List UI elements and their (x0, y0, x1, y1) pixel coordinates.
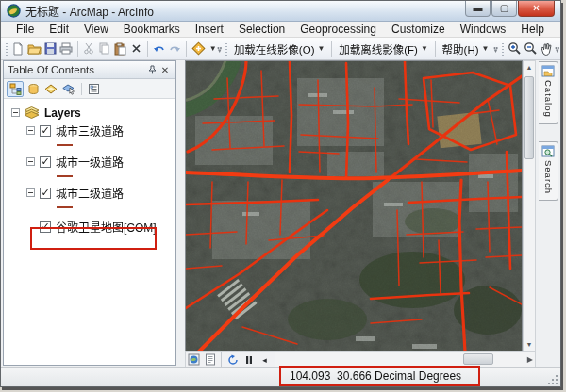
list-by-drawing-order-button[interactable] (7, 81, 24, 97)
paste-button[interactable] (112, 40, 128, 58)
menu-help[interactable]: Help (513, 22, 552, 37)
toolbar-grip[interactable] (5, 41, 8, 57)
tab-label: Search (543, 160, 554, 194)
maximize-button[interactable]: ▢ (491, 1, 517, 17)
layer-checkbox[interactable]: ✓ (40, 156, 51, 168)
layer-label[interactable]: 谷歌卫星地图[COM] (56, 219, 157, 235)
load-offline-imagery-button[interactable]: 加载离线影像(F)▼ (335, 40, 432, 58)
layer-symbol-row (4, 201, 175, 213)
layer-symbol-row (4, 170, 175, 182)
layers-root-label[interactable]: Layers (44, 106, 81, 120)
resize-grip[interactable] (548, 374, 558, 384)
table-of-contents-panel: Table Of Contents ✕ (3, 60, 176, 366)
arcmap-app-icon (7, 4, 21, 18)
window-title: 无标题 - ArcMap - ArcInfo (25, 3, 154, 19)
scroll-right-icon[interactable]: ▶ (527, 355, 533, 364)
menu-selection[interactable]: Selection (231, 22, 292, 37)
toolbar-overflow[interactable]: ••▾ (492, 41, 498, 57)
print-button[interactable] (58, 40, 75, 58)
line-symbol (57, 206, 73, 208)
toolbar-overflow[interactable]: ••▾ (217, 41, 223, 57)
status-bar: 104.093 30.666 Decimal Degrees (1, 367, 560, 386)
zoom-out-tool[interactable] (523, 40, 539, 58)
collapse-icon[interactable] (26, 126, 35, 135)
layer-row-google-satellite[interactable]: ✓ 谷歌卫星地图[COM] (4, 219, 175, 235)
layer-row[interactable]: ✓ 城市三级道路 (4, 122, 175, 139)
minimize-button[interactable]: ▬ (465, 1, 491, 17)
toc-options-button[interactable] (85, 81, 102, 97)
layer-label[interactable]: 城市三级道路 (56, 122, 124, 139)
layers-group-icon (24, 106, 40, 119)
map-horizontal-scrollbar[interactable]: ▶ (275, 352, 535, 367)
undo-button[interactable] (151, 40, 167, 58)
layer-row[interactable]: ✓ 城市一级道路 (4, 154, 175, 170)
menu-bookmarks[interactable]: Bookmarks (116, 22, 188, 37)
menu-edit[interactable]: Edit (42, 22, 76, 37)
layers-root-row[interactable]: Layers (4, 105, 175, 121)
zoom-in-tool[interactable] (507, 40, 523, 58)
copy-button (96, 40, 112, 58)
add-data-dropdown-arrow[interactable]: ▼ (209, 44, 217, 53)
toolbar-grip[interactable] (501, 41, 505, 57)
collapse-icon[interactable] (11, 108, 20, 117)
map-canvas[interactable] (185, 60, 523, 351)
back-extent-icon[interactable]: ◂ (257, 352, 273, 367)
refresh-view-button[interactable] (225, 352, 241, 367)
list-by-visibility-button[interactable] (42, 81, 59, 97)
list-by-source-button[interactable] (25, 81, 42, 97)
menu-customize[interactable]: Customize (384, 22, 453, 37)
line-symbol (57, 144, 73, 146)
pause-drawing-button[interactable] (241, 352, 257, 367)
cut-button (81, 40, 97, 58)
pin-icon[interactable] (145, 63, 158, 76)
toolbar-overflow[interactable]: ••▾ (555, 41, 560, 57)
layout-view-button[interactable] (202, 352, 218, 367)
toc-header: Table Of Contents ✕ (4, 61, 175, 79)
map-vertical-scrollbar[interactable]: ▲ ▼ (523, 60, 536, 351)
tab-label: Catalog (543, 80, 554, 118)
data-view-button[interactable] (186, 352, 202, 367)
horizontal-scroll-thumb[interactable] (463, 353, 493, 365)
pan-tool[interactable] (539, 40, 555, 58)
line-symbol (57, 175, 73, 177)
tab-catalog[interactable]: Catalog (539, 61, 558, 124)
title-bar: 无标题 - ArcMap - ArcInfo ▬ ▢ ✕ (1, 1, 560, 22)
layer-tree: Layers ✓ 城市三级道路 ✓ 城市一级道路 (4, 99, 175, 365)
menu-geoprocessing[interactable]: Geoprocessing (292, 22, 384, 37)
arcmap-window: 无标题 - ArcMap - ArcInfo ▬ ▢ ✕ File Edit V… (0, 0, 561, 387)
vertical-scroll-thumb[interactable] (524, 76, 534, 159)
collapse-icon[interactable] (26, 188, 35, 197)
close-panel-icon[interactable]: ✕ (158, 63, 172, 76)
close-button[interactable]: ✕ (518, 1, 555, 17)
satellite-map (186, 61, 522, 351)
menu-windows[interactable]: Windows (453, 22, 514, 37)
dock-tab-strip: Catalog Search (539, 61, 558, 218)
collapse-icon[interactable] (26, 157, 35, 166)
plugin-help-button[interactable]: 帮助(H)▼ (439, 40, 493, 58)
layer-checkbox[interactable]: ✓ (40, 221, 51, 233)
scroll-down-icon[interactable]: ▼ (524, 338, 535, 351)
menu-view[interactable]: View (76, 22, 116, 37)
layer-symbol-row (4, 139, 175, 151)
delete-button[interactable] (128, 40, 144, 58)
layer-checkbox[interactable]: ✓ (40, 188, 51, 199)
menu-insert[interactable]: Insert (188, 22, 231, 37)
load-online-imagery-button[interactable]: 加载在线影像(O)▼ (230, 40, 329, 58)
toc-title: Table Of Contents (8, 64, 145, 75)
scroll-up-icon[interactable]: ▲ (524, 61, 535, 74)
new-document-button[interactable] (10, 40, 26, 58)
layer-label[interactable]: 城市一级道路 (56, 154, 124, 170)
layer-label[interactable]: 城市二级道路 (56, 185, 124, 201)
menu-file[interactable]: File (8, 22, 42, 37)
open-button[interactable] (26, 40, 42, 58)
save-button[interactable] (42, 40, 58, 58)
tab-search[interactable]: Search (539, 141, 558, 201)
redo-button (167, 40, 183, 58)
standard-toolbar: ▼ ••▾ 加载在线影像(O)▼ 加载离线影像(F)▼ 帮助(H)▼ ••▾ •… (1, 38, 560, 60)
layer-checkbox[interactable]: ✓ (40, 125, 51, 137)
list-by-selection-button[interactable] (60, 81, 77, 97)
catalog-icon (541, 65, 555, 77)
toolbar-grip[interactable] (225, 41, 228, 57)
add-data-button[interactable] (190, 40, 207, 58)
layer-row[interactable]: ✓ 城市二级道路 (4, 185, 175, 201)
